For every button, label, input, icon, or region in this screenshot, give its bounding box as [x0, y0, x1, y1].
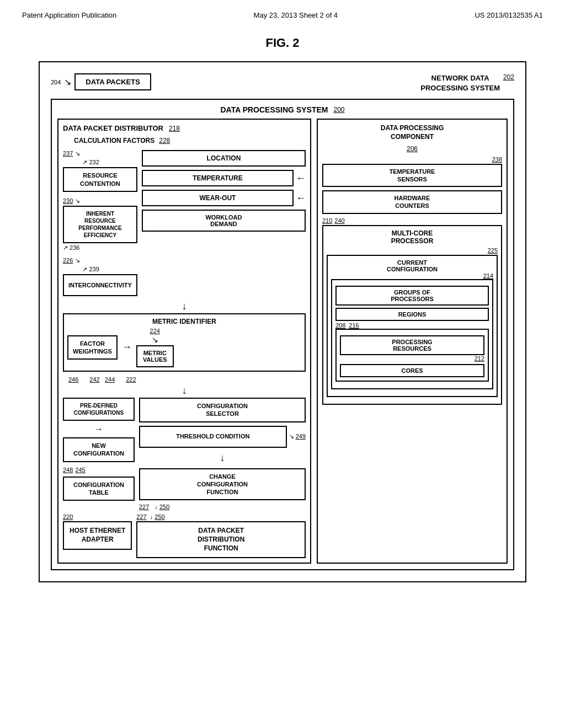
header-right: US 2013/0132535 A1 — [475, 11, 543, 19]
data-processing-system-box: DATA PROCESSING SYSTEM 200 DATA PACKET D… — [51, 99, 514, 570]
arrow-232: ↗ 232 — [82, 159, 99, 166]
num-230: 230 — [63, 197, 73, 205]
bottom-row: 220 HOST ETHERNETADAPTER 227 ↓ 250 DATA … — [63, 513, 306, 558]
top-section: 204 ↘ DATA PACKETS NETWORK DATA PROCESSI… — [51, 73, 514, 93]
pre-config-col: PRE-DEFINED CONFIGURATIONS → NEW CONFIGU… — [63, 398, 135, 510]
workload-row: WORKLOAD DEMAND — [142, 210, 306, 232]
right-labels: 206 — [322, 145, 502, 153]
workload-box: WORKLOAD DEMAND — [142, 210, 306, 232]
threshold-condition-box: THRESHOLD CONDITION — [139, 426, 287, 448]
new-configuration-box: NEW CONFIGURATION — [63, 437, 135, 462]
arrow-down-1: ↓ — [63, 301, 306, 312]
config-selector-col: CONFIGURATION SELECTOR THRESHOLD CONDITI… — [139, 398, 306, 510]
metric-area: METRIC IDENTIFIER FACTOR WEIGHTINGS → 22… — [63, 313, 306, 372]
header-left: Patent Application Publication — [22, 11, 116, 19]
configuration-selector-box: CONFIGURATION SELECTOR — [139, 398, 306, 422]
label-202: 202 — [503, 73, 514, 81]
page-header: Patent Application Publication May 23, 2… — [22, 11, 543, 19]
groups-processors-box: GROUPS OFPROCESSORS REGIONS 208 216 PROC… — [331, 279, 493, 389]
dpd-header: DATA PACKET DISTRIBUTOR 218 — [63, 124, 306, 132]
metric-row: FACTOR WEIGHTINGS → 224 ↘ METRICVALUES — [67, 328, 301, 367]
num-237: 237 — [63, 150, 73, 166]
factors-right: LOCATION TEMPERATURE ← WEAR-OUT ← — [142, 150, 306, 296]
wear-out-row: WEAR-OUT ← — [142, 190, 306, 206]
data-packet-distribution-function-box: DATA PACKETDISTRIBUTIONFUNCTION — [136, 521, 306, 558]
processing-resources-box: PROCESSINGRESOURCES 212 CORES — [335, 329, 489, 382]
groups-of-processors-inner: GROUPS OFPROCESSORS — [335, 286, 489, 306]
configuration-table-box: CONFIGURATION TABLE — [63, 477, 135, 501]
label-228: 228 — [159, 137, 170, 144]
inherent-resource-box: INHERENTRESOURCEPERFORMANCEEFFICIENCY — [63, 206, 137, 243]
temperature-box: TEMPERATURE — [142, 170, 294, 186]
current-config-box: CURRENTCONFIGURATION 214 GROUPS OFPROCES… — [327, 255, 498, 397]
main-content: DATA PACKET DISTRIBUTOR 218 CALCULATION … — [57, 119, 508, 564]
figure-title: FIG. 2 — [22, 36, 543, 50]
calc-factors-header: CALCULATION FACTORS 228 — [63, 137, 306, 144]
interconnectivity-box: INTERCONNECTIVITY — [63, 274, 137, 296]
arrow-237: ↘ — [75, 150, 80, 166]
arrow-down-3: ↓ — [139, 452, 306, 464]
label-222: 222 — [126, 376, 136, 383]
hardware-counters-box: HARDWARECOUNTERS — [322, 190, 502, 214]
factors-area: 237 ↘ ↗ 232 RESOURCECONTENTION 230 — [63, 150, 306, 296]
header-center: May 23, 2013 Sheet 2 of 4 — [254, 11, 338, 19]
regions-inner: REGIONS — [335, 308, 489, 321]
calc-title: CALCULATION FACTORS — [74, 137, 154, 144]
data-packets-section: 204 ↘ DATA PACKETS — [51, 73, 151, 90]
pre-defined-box: PRE-DEFINED CONFIGURATIONS — [63, 398, 135, 421]
label-250: ↓ 250 — [154, 504, 169, 510]
dpc-title: DATA PROCESSINGCOMPONENT — [322, 124, 502, 141]
processing-resources-inner: PROCESSINGRESOURCES — [340, 335, 484, 355]
wear-out-box: WEAR-OUT — [142, 190, 294, 206]
metric-values-box: METRICVALUES — [136, 345, 174, 367]
temperature-row: TEMPERATURE ← — [142, 170, 306, 186]
label-246: 246 — [68, 376, 78, 383]
factor-inherent-resource: 230 ↘ INHERENTRESOURCEPERFORMANCEEFFICIE… — [63, 197, 137, 251]
data-packets-box: DATA PACKETS — [74, 73, 151, 90]
diagram-container: 204 ↘ DATA PACKETS NETWORK DATA PROCESSI… — [39, 61, 526, 582]
location-box: LOCATION — [142, 150, 306, 167]
host-ethernet-adapter-box: HOST ETHERNETADAPTER — [63, 521, 132, 549]
factor-resource-contention: 237 ↘ ↗ 232 RESOURCECONTENTION — [63, 150, 137, 192]
location-row: LOCATION — [142, 150, 306, 167]
bottom-left-area: PRE-DEFINED CONFIGURATIONS → NEW CONFIGU… — [63, 398, 306, 510]
metric-identifier: METRIC IDENTIFIER — [67, 318, 301, 325]
label-242-244: 242 244 — [89, 376, 115, 383]
label-224: 224 — [150, 328, 160, 334]
cores-inner: CORES — [340, 364, 484, 377]
page: Patent Application Publication May 23, 2… — [0, 0, 565, 728]
num-226: 226 — [63, 257, 73, 273]
left-column: DATA PACKET DISTRIBUTOR 218 CALCULATION … — [57, 119, 311, 564]
dpd-title: DATA PACKET DISTRIBUTOR — [63, 124, 163, 132]
temperature-sensors-box: TEMPERATURESENSORS — [322, 164, 502, 188]
label-227: 227 — [139, 504, 149, 510]
label-248: 248 — [63, 467, 73, 473]
label-218: 218 — [169, 125, 180, 132]
network-data-section: NETWORK DATA PROCESSING SYSTEM 202 — [420, 73, 514, 93]
label-245: 245 — [75, 467, 85, 473]
label-204: 204 — [51, 79, 61, 85]
arrow-down-2: ↓ — [63, 385, 306, 397]
factors-left: 237 ↘ ↗ 232 RESOURCECONTENTION 230 — [63, 150, 137, 296]
network-data-label: NETWORK DATA PROCESSING SYSTEM — [420, 73, 500, 93]
change-config-box: CHANGE CONFIGURATION FUNCTION — [139, 468, 306, 501]
numbers-row: 246 242 244 222 — [63, 376, 306, 383]
label-249-ann: ↘ 249 — [289, 433, 306, 440]
dps-header: DATA PROCESSING SYSTEM 200 — [57, 105, 508, 114]
label-200: 200 — [333, 106, 344, 114]
right-column: DATA PROCESSINGCOMPONENT 206 238 TEMPERA… — [317, 119, 508, 564]
multi-core-processor-box: MULTI-COREPROCESSOR 225 CURRENTCONFIGURA… — [322, 225, 502, 405]
resource-contention-box: RESOURCECONTENTION — [63, 167, 137, 192]
factor-weightings-box: FACTOR WEIGHTINGS — [67, 335, 118, 360]
label-206: 206 — [407, 145, 418, 153]
factor-interconnectivity: 226 ↘ ↗ 239 INTERCONNECTIVITY — [63, 257, 137, 296]
dps-title: DATA PROCESSING SYSTEM — [220, 105, 328, 114]
